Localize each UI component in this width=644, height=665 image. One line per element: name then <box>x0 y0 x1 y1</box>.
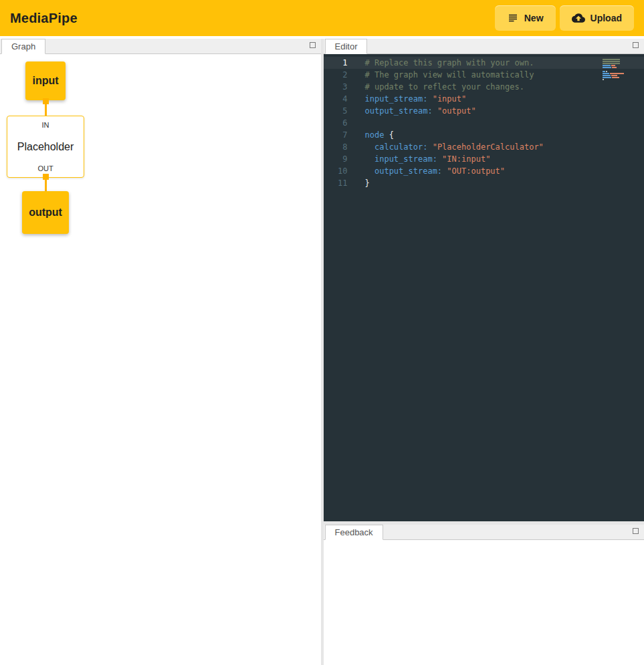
feedback-panel-header: Feedback <box>324 525 644 540</box>
line-number: 6 <box>324 117 348 129</box>
graph-panel: Graph input IN Placeholder OUT output <box>0 39 321 665</box>
line-content: # Replace this graph with your own. <box>348 57 534 69</box>
feedback-panel: Feedback <box>324 525 644 665</box>
line-number: 2 <box>324 69 348 81</box>
placeholder-title: Placeholder <box>17 141 74 153</box>
line-content <box>348 117 365 129</box>
line-number: 7 <box>324 129 348 141</box>
tab-graph[interactable]: Graph <box>1 39 45 54</box>
tab-feedback-label: Feedback <box>335 527 373 537</box>
placeholder-in-port: IN <box>42 121 49 129</box>
upload-button-label: Upload <box>591 13 622 23</box>
line-content: input_stream: "IN:input" <box>348 153 491 165</box>
line-content: input_stream: "input" <box>348 93 467 105</box>
tab-feedback[interactable]: Feedback <box>325 525 383 540</box>
right-column: Editor 1# Replace this graph with your o… <box>324 39 644 665</box>
line-content: output_stream: "OUT:output" <box>348 165 506 177</box>
graph-node-output[interactable]: output <box>22 191 69 234</box>
feedback-content <box>324 540 644 665</box>
tab-editor-label: Editor <box>335 41 358 51</box>
editor-panel-header: Editor <box>324 39 644 54</box>
graph-maximize-icon[interactable] <box>310 42 316 48</box>
tab-editor[interactable]: Editor <box>325 39 368 54</box>
code-line[interactable]: 2# The graph view will automatically <box>324 69 644 81</box>
upload-button[interactable]: Upload <box>560 5 634 31</box>
graph-panel-header: Graph <box>0 39 321 54</box>
code-line[interactable]: 6 <box>324 117 644 129</box>
graph-canvas[interactable]: input IN Placeholder OUT output <box>0 54 321 665</box>
line-number: 1 <box>324 57 348 69</box>
line-content: # The graph view will automatically <box>348 69 534 81</box>
cloud-upload-icon <box>572 11 585 25</box>
connector-line <box>45 100 47 116</box>
node-output-label: output <box>29 207 62 219</box>
line-number: 3 <box>324 81 348 93</box>
code-line[interactable]: 1# Replace this graph with your own. <box>324 57 644 69</box>
editor-panel: Editor 1# Replace this graph with your o… <box>324 39 644 521</box>
code-line[interactable]: 7node { <box>324 129 644 141</box>
line-number: 5 <box>324 105 348 117</box>
code-lines: 1# Replace this graph with your own.2# T… <box>324 57 644 189</box>
line-number: 9 <box>324 153 348 165</box>
new-button-label: New <box>524 13 544 23</box>
menu-icon <box>507 12 519 24</box>
code-line[interactable]: 3# update to reflect your changes. <box>324 81 644 93</box>
code-line[interactable]: 4input_stream: "input" <box>324 93 644 105</box>
main-layout: Graph input IN Placeholder OUT output <box>0 36 644 665</box>
code-line[interactable]: 10 output_stream: "OUT:output" <box>324 165 644 177</box>
tab-graph-label: Graph <box>11 41 35 51</box>
line-number: 8 <box>324 141 348 153</box>
header-actions: New Upload <box>495 5 634 31</box>
graph-node-placeholder[interactable]: IN Placeholder OUT <box>7 116 84 178</box>
minimap[interactable] <box>603 59 629 81</box>
line-content: output_stream: "output" <box>348 105 476 117</box>
line-content: # update to reflect your changes. <box>348 81 524 93</box>
code-line[interactable]: 9 input_stream: "IN:input" <box>324 153 644 165</box>
placeholder-out-port: OUT <box>37 164 53 172</box>
graph-node-input[interactable]: input <box>25 61 66 100</box>
line-content: calculator: "PlaceholderCalculator" <box>348 141 544 153</box>
top-bar: MediaPipe New Upload <box>0 0 644 36</box>
connector-line <box>45 178 47 192</box>
code-editor[interactable]: 1# Replace this graph with your own.2# T… <box>324 54 644 521</box>
line-number: 4 <box>324 93 348 105</box>
line-number: 10 <box>324 165 348 177</box>
line-content: } <box>348 177 370 189</box>
app-root: MediaPipe New Upload Graph <box>0 0 644 665</box>
editor-maximize-icon[interactable] <box>633 42 639 48</box>
line-number: 11 <box>324 177 348 189</box>
code-line[interactable]: 8 calculator: "PlaceholderCalculator" <box>324 141 644 153</box>
feedback-maximize-icon[interactable] <box>633 528 639 534</box>
line-content: node { <box>348 129 394 141</box>
new-button[interactable]: New <box>495 5 556 31</box>
code-line[interactable]: 11} <box>324 177 644 189</box>
app-title: MediaPipe <box>10 11 78 26</box>
code-line[interactable]: 5output_stream: "output" <box>324 105 644 117</box>
node-input-label: input <box>32 75 58 87</box>
